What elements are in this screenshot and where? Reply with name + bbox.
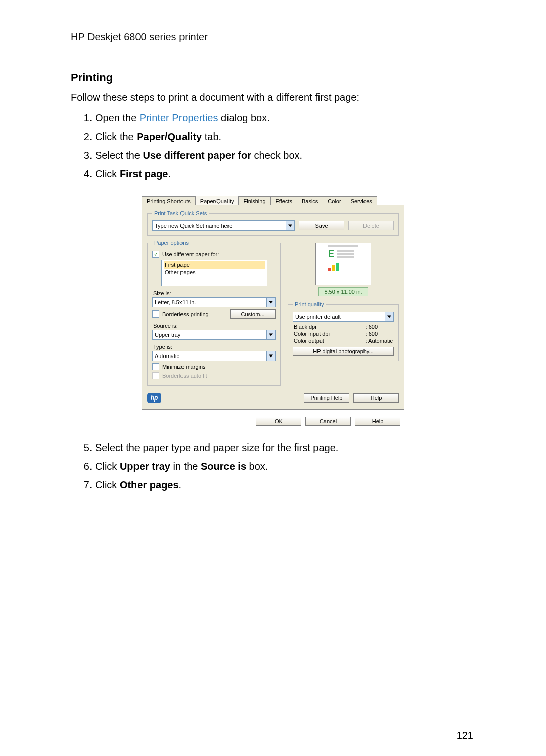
steps-list-bottom: Select the paper type and paper size for… — [71, 441, 475, 492]
printer-properties-dialog: Printing Shortcuts Paper/Quality Finishi… — [142, 194, 404, 426]
minimize-margins-checkbox[interactable]: Minimize margins — [152, 363, 206, 370]
step6-suffix: box. — [246, 461, 268, 472]
tab-paper-quality[interactable]: Paper/Quality — [195, 196, 239, 205]
paper-options-group: Paper options ✓ Use different paper for:… — [147, 240, 281, 386]
step-2: Click the Paper/Quality tab. — [95, 130, 475, 144]
printing-help-button[interactable]: Printing Help — [304, 393, 349, 403]
hp-digital-photography-button[interactable]: HP digital photography... — [293, 347, 394, 356]
delete-button: Delete — [348, 221, 394, 230]
custom-button[interactable]: Custom... — [230, 309, 276, 319]
help-button-inner[interactable]: Help — [353, 393, 399, 403]
tab-finishing[interactable]: Finishing — [238, 196, 270, 205]
paper-options-legend: Paper options — [152, 240, 191, 246]
help-button[interactable]: Help — [355, 417, 400, 426]
use-different-label: Use different paper for: — [162, 251, 219, 257]
list-item-other-pages[interactable]: Other pages — [164, 269, 265, 276]
page-header: HP Deskjet 6800 series printer — [71, 31, 475, 43]
step3-prefix: Select the — [95, 150, 143, 161]
borderless-printing-checkbox[interactable]: Borderless printing — [152, 310, 226, 318]
color-input-dpi-value: : 600 — [366, 331, 393, 337]
chevron-down-icon — [266, 298, 275, 307]
step7-suffix: . — [179, 479, 182, 491]
step1-suffix: dialog box. — [218, 112, 269, 123]
print-quality-group: Print quality Use printer default Black … — [288, 301, 399, 361]
preview-dimensions: 8.50 x 11.00 in. — [318, 287, 368, 296]
borderless-autofit-label: Borderless auto fit — [162, 373, 207, 379]
borderless-autofit-checkbox: Borderless auto fit — [152, 372, 207, 379]
step3-suffix: check box. — [251, 150, 302, 161]
step2-suffix: tab. — [202, 131, 221, 142]
source-value: Upper tray — [155, 332, 266, 338]
tab-bar: Printing Shortcuts Paper/Quality Finishi… — [142, 194, 404, 205]
tab-basics[interactable]: Basics — [297, 196, 323, 205]
type-combo[interactable]: Automatic — [152, 351, 276, 361]
quickset-legend: Print Task Quick Sets — [152, 210, 209, 216]
print-quality-value: Use printer default — [295, 314, 385, 320]
hp-logo-icon: hp — [147, 393, 161, 403]
source-label: Source is: — [153, 323, 276, 329]
step6-b1: Upper tray — [120, 461, 170, 472]
step-3: Select the Use different paper for check… — [95, 149, 475, 162]
preview-bars-icon — [328, 263, 358, 271]
step6-mid: in the — [170, 461, 201, 472]
section-title: Printing — [71, 71, 475, 84]
page-preview: E — [315, 243, 371, 285]
intro-text: Follow these steps to print a document w… — [71, 92, 475, 103]
black-dpi-label: Black dpi — [294, 324, 366, 330]
color-output-label: Color output — [294, 338, 366, 344]
step6-b2: Source is — [201, 461, 246, 472]
tab-effects[interactable]: Effects — [270, 196, 297, 205]
step2-prefix: Click the — [95, 131, 136, 142]
color-input-dpi-label: Color input dpi — [294, 331, 366, 337]
use-different-paper-checkbox[interactable]: ✓ Use different paper for: — [152, 251, 219, 258]
size-combo[interactable]: Letter, 8.5x11 in. — [152, 297, 276, 307]
tab-printing-shortcuts[interactable]: Printing Shortcuts — [142, 196, 196, 205]
step4-bold: First page — [120, 168, 168, 180]
black-dpi-value: : 600 — [366, 324, 393, 330]
preview-letter-icon: E — [328, 249, 334, 259]
steps-list-top: Open the Printer Properties dialog box. … — [71, 111, 475, 181]
cancel-button[interactable]: Cancel — [305, 417, 351, 426]
step2-bold: Paper/Quality — [136, 131, 202, 142]
step3-bold: Use different paper for — [143, 150, 251, 161]
step6-prefix: Click — [95, 461, 120, 472]
chevron-down-icon — [286, 221, 294, 230]
minimize-margins-label: Minimize margins — [162, 364, 206, 370]
borderless-printing-label: Borderless printing — [162, 311, 209, 317]
tab-color[interactable]: Color — [323, 196, 346, 205]
page-kind-list[interactable]: First page Other pages — [161, 260, 267, 286]
step-7: Click Other pages. — [95, 478, 475, 492]
step-1: Open the Printer Properties dialog box. — [95, 111, 475, 125]
type-label: Type is: — [153, 344, 276, 350]
page-number: 121 — [71, 730, 475, 741]
step7-prefix: Click — [95, 479, 120, 491]
step-6: Click Upper tray in the Source is box. — [95, 460, 475, 473]
print-quality-combo[interactable]: Use printer default — [293, 312, 394, 322]
type-value: Automatic — [155, 353, 266, 359]
tab-services[interactable]: Services — [346, 196, 377, 205]
print-quality-legend: Print quality — [293, 301, 326, 307]
step1-prefix: Open the — [95, 112, 140, 123]
size-value: Letter, 8.5x11 in. — [155, 299, 266, 305]
step-4: Click First page. — [95, 167, 475, 181]
quickset-group: Print Task Quick Sets Type new Quick Set… — [147, 210, 399, 236]
list-item-first-page[interactable]: First page — [164, 261, 265, 269]
step4-suffix: . — [168, 168, 171, 180]
step-5: Select the paper type and paper size for… — [95, 441, 475, 455]
ok-button[interactable]: OK — [256, 417, 301, 426]
source-combo[interactable]: Upper tray — [152, 330, 276, 340]
quickset-combo[interactable]: Type new Quick Set name here — [152, 220, 295, 231]
printer-properties-link[interactable]: Printer Properties — [140, 112, 218, 123]
color-output-value: : Automatic — [366, 338, 393, 344]
chevron-down-icon — [266, 351, 275, 361]
step7-bold: Other pages — [120, 479, 179, 491]
chevron-down-icon — [266, 330, 275, 339]
save-button[interactable]: Save — [299, 221, 344, 230]
size-label: Size is: — [153, 290, 276, 296]
chevron-down-icon — [385, 312, 393, 321]
step4-prefix: Click — [95, 168, 120, 180]
quickset-value: Type new Quick Set name here — [155, 223, 286, 229]
